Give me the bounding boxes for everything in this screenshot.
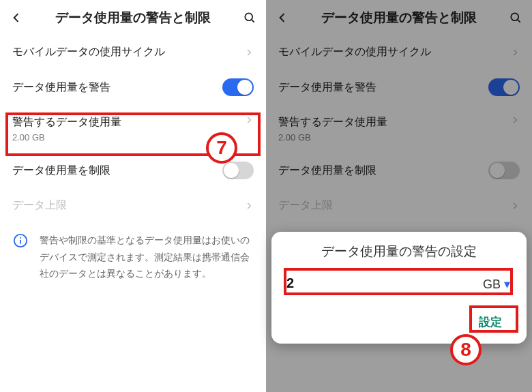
row-warn-amount[interactable]: 警告するデータ使用量 2.00 GB: [0, 106, 266, 152]
back-button[interactable]: [273, 8, 292, 27]
chevron-right-icon: [244, 115, 254, 125]
chevron-left-icon: [10, 11, 23, 25]
info-text: 警告や制限の基準となるデータ使用量はお使いのデバイスで測定されます。測定結果は携…: [40, 232, 254, 282]
chevron-left-icon: [276, 11, 289, 25]
warn-amount-dialog: データ使用量の警告の設定 GB ▾ 設定: [271, 232, 527, 344]
row-warn-toggle[interactable]: データ使用量を警告: [266, 69, 532, 106]
row-label: モバイルデータの使用サイクル: [12, 45, 244, 59]
chevron-right-icon: [244, 48, 254, 57]
row-warn-amount[interactable]: 警告するデータ使用量 2.00 GB: [266, 106, 532, 152]
info-icon: [12, 233, 29, 250]
search-button[interactable]: [240, 8, 259, 27]
unit-label: GB: [483, 277, 501, 291]
header: データ使用量の警告と制限: [266, 0, 532, 35]
row-label: データ使用量を制限: [12, 164, 222, 178]
settings-screen-right: データ使用量の警告と制限 モバイルデータの使用サイクル データ使用量を警告 警告…: [266, 0, 532, 392]
row-label: 警告するデータ使用量: [278, 115, 510, 130]
limit-toggle[interactable]: [488, 162, 520, 179]
page-title: データ使用量の警告と制限: [26, 9, 240, 27]
info-note: 警告や制限の基準となるデータ使用量はお使いのデバイスで測定されます。測定結果は携…: [0, 222, 266, 293]
svg-point-0: [245, 13, 252, 20]
warn-toggle[interactable]: [222, 78, 254, 96]
row-limit-toggle[interactable]: データ使用量を制限: [266, 152, 532, 189]
row-label: データ使用量を警告: [278, 80, 488, 95]
search-button[interactable]: [506, 8, 525, 27]
page-title: データ使用量の警告と制限: [292, 9, 506, 27]
svg-line-1: [252, 20, 254, 22]
limit-toggle[interactable]: [222, 162, 254, 179]
svg-line-6: [518, 20, 520, 22]
row-billing-cycle[interactable]: モバイルデータの使用サイクル: [266, 35, 532, 69]
row-limit-toggle[interactable]: データ使用量を制限: [0, 152, 266, 189]
row-label: 警告するデータ使用量: [12, 115, 244, 130]
row-data-cap: データ上限: [0, 189, 266, 222]
row-subtext: 2.00 GB: [12, 132, 244, 142]
chevron-right-icon: [244, 201, 254, 211]
search-icon: [243, 11, 256, 25]
row-label: データ上限: [278, 198, 510, 213]
svg-point-4: [20, 237, 21, 239]
dialog-field-row: GB ▾: [285, 273, 513, 295]
row-label: データ上限: [12, 198, 244, 213]
row-label: データ使用量を制限: [278, 164, 488, 178]
row-data-cap: データ上限: [266, 189, 532, 222]
chevron-right-icon: [510, 201, 520, 211]
row-billing-cycle[interactable]: モバイルデータの使用サイクル: [0, 35, 266, 69]
search-icon: [509, 11, 522, 25]
header: データ使用量の警告と制限: [0, 0, 266, 35]
chevron-right-icon: [510, 115, 520, 125]
row-label: モバイルデータの使用サイクル: [278, 45, 510, 59]
unit-dropdown[interactable]: GB ▾: [465, 277, 513, 292]
dialog-ok-button[interactable]: 設定: [468, 309, 513, 335]
row-label: データ使用量を警告: [12, 80, 222, 95]
row-subtext: 2.00 GB: [278, 132, 510, 142]
warn-amount-input[interactable]: [285, 273, 465, 295]
dropdown-triangle-icon: ▾: [504, 277, 510, 291]
svg-point-5: [511, 13, 518, 20]
warn-toggle[interactable]: [488, 78, 520, 96]
row-warn-toggle[interactable]: データ使用量を警告: [0, 69, 266, 106]
settings-screen-left: データ使用量の警告と制限 モバイルデータの使用サイクル データ使用量を警告 警告…: [0, 0, 266, 392]
dialog-title: データ使用量の警告の設定: [285, 243, 513, 260]
back-button[interactable]: [7, 8, 26, 27]
chevron-right-icon: [510, 48, 520, 57]
